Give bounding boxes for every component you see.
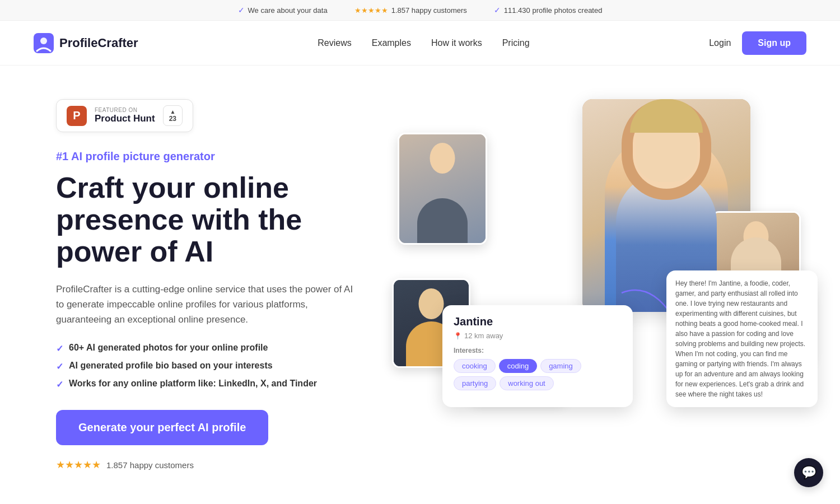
feature-label-3: Works for any online platform like: Link… xyxy=(69,379,317,389)
tag-coding: coding xyxy=(499,359,537,373)
social-proof-count: 1.857 happy customers xyxy=(106,460,194,470)
feature-item-3: ✓ Works for any online platform like: Li… xyxy=(56,379,358,390)
hero-tag: #1 AI profile picture generator xyxy=(56,150,358,163)
topbar-item-data: ✓ We care about your data xyxy=(238,6,328,15)
bio-text: Hey there! I'm Jantine, a foodie, coder,… xyxy=(675,279,805,398)
hero-right: Jantine 📍 12 km away Interests: cooking … xyxy=(381,99,784,413)
hero-social-proof: ★★★★★ 1.857 happy customers xyxy=(56,459,358,471)
ph-triangle-icon: ▲ xyxy=(170,109,175,115)
check-icon: ✓ xyxy=(238,6,245,15)
ph-text: FEATURED ON Product Hunt xyxy=(95,107,155,124)
logo-icon xyxy=(34,33,54,53)
logo[interactable]: ProfileCrafter xyxy=(34,33,138,53)
topbar-customers-label: 1.857 happy customers xyxy=(391,6,467,15)
tag-cooking: cooking xyxy=(454,359,496,373)
signup-button[interactable]: Sign up xyxy=(742,31,806,55)
login-button[interactable]: Login xyxy=(709,38,731,48)
navbar: ProfileCrafter Reviews Examples How it w… xyxy=(0,21,840,66)
profile-tags: cooking coding gaming partying working o… xyxy=(454,359,622,390)
ph-upvote: ▲ 23 xyxy=(163,105,183,126)
chat-icon: 💬 xyxy=(801,465,816,480)
nav-pricing[interactable]: Pricing xyxy=(502,38,530,48)
check-icon-f3: ✓ xyxy=(56,379,63,390)
tag-partying: partying xyxy=(454,376,496,390)
logo-text: ProfileCrafter xyxy=(59,36,138,50)
hero-title-line2: presence with the xyxy=(56,203,302,236)
nav-reviews[interactable]: Reviews xyxy=(318,38,351,48)
chat-bubble[interactable]: 💬 xyxy=(794,458,823,487)
check-icon-2: ✓ xyxy=(494,6,501,15)
tag-working-out: working out xyxy=(500,376,553,390)
location-icon: 📍 xyxy=(454,332,462,340)
ph-name-label: Product Hunt xyxy=(95,113,155,124)
hero-left: P FEATURED ON Product Hunt ▲ 23 #1 AI pr… xyxy=(56,99,381,471)
hero-title-line1: Craft your online xyxy=(56,171,289,204)
cta-button[interactable]: Generate your perfect AI profile xyxy=(56,410,268,445)
hero-description: ProfileCrafter is a cutting-edge online … xyxy=(56,282,358,328)
interests-label: Interests: xyxy=(454,347,622,354)
nav-actions: Login Sign up xyxy=(709,31,806,55)
product-hunt-badge[interactable]: P FEATURED ON Product Hunt ▲ 23 xyxy=(56,99,193,132)
nav-examples[interactable]: Examples xyxy=(372,38,411,48)
tag-gaming: gaming xyxy=(540,359,581,373)
feature-item-1: ✓ 60+ AI generated photos for your onlin… xyxy=(56,343,358,354)
check-icon-f1: ✓ xyxy=(56,343,63,354)
topbar-item-customers: ★★★★★ 1.857 happy customers xyxy=(354,6,467,15)
hero-section: P FEATURED ON Product Hunt ▲ 23 #1 AI pr… xyxy=(0,66,840,493)
profile-name: Jantine xyxy=(454,315,622,328)
hero-title-line3: power of AI xyxy=(56,235,213,268)
hero-features-list: ✓ 60+ AI generated photos for your onlin… xyxy=(56,343,358,390)
topbar-data-label: We care about your data xyxy=(248,6,328,15)
profile-location: 📍 12 km away xyxy=(454,332,622,340)
feature-item-2: ✓ AI generated profile bio based on your… xyxy=(56,361,358,372)
topbar: ✓ We care about your data ★★★★★ 1.857 ha… xyxy=(0,0,840,21)
ph-featured-label: FEATURED ON xyxy=(95,107,155,113)
nav-links: Reviews Examples How it works Pricing xyxy=(318,38,529,48)
bio-card: Hey there! I'm Jantine, a foodie, coder,… xyxy=(666,270,818,407)
hero-title: Craft your online presence with the powe… xyxy=(56,172,358,268)
nav-how-it-works[interactable]: How it works xyxy=(431,38,482,48)
feature-label-2: AI generated profile bio based on your i… xyxy=(69,361,273,371)
photo-collage: Jantine 📍 12 km away Interests: cooking … xyxy=(381,99,784,413)
check-icon-f2: ✓ xyxy=(56,361,63,372)
star-icons-hero: ★★★★★ xyxy=(56,459,101,471)
topbar-photos-label: 111.430 profile photos created xyxy=(504,6,603,15)
ph-logo-icon: P xyxy=(67,106,87,126)
ph-count: 23 xyxy=(169,115,176,123)
topbar-item-photos: ✓ 111.430 profile photos created xyxy=(494,6,603,15)
profile-location-text: 12 km away xyxy=(464,332,503,340)
feature-label-1: 60+ AI generated photos for your online … xyxy=(69,343,268,353)
photo-secondary xyxy=(398,133,487,245)
star-icons: ★★★★★ xyxy=(354,6,388,15)
svg-point-1 xyxy=(40,38,47,44)
profile-card: Jantine 📍 12 km away Interests: cooking … xyxy=(442,305,633,407)
